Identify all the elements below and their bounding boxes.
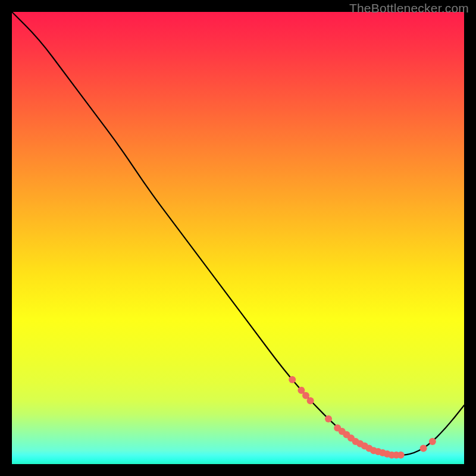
watermark-text: TheBottlenecker.com [349,1,469,15]
chart-container: TheBottlenecker.com [0,0,476,476]
bottleneck-curve-line [12,12,464,455]
highlight-dots [289,376,436,459]
highlight-dot [420,444,427,452]
highlight-dot [429,438,436,445]
highlight-dot [289,376,296,383]
highlight-dot [397,452,405,459]
chart-svg [12,12,464,464]
plot-area [12,12,464,464]
highlight-dot [325,415,332,422]
highlight-dot [307,397,314,405]
